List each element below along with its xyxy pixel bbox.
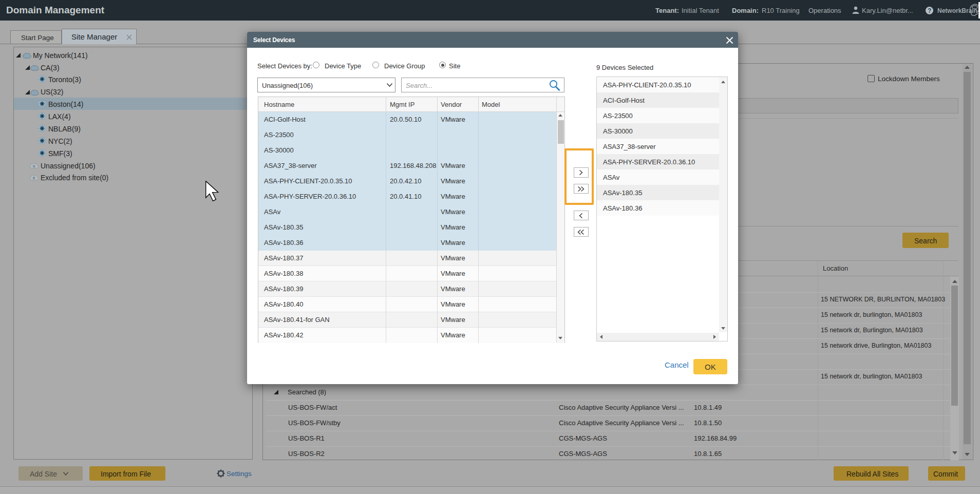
svg-text:u: u — [33, 163, 35, 168]
svg-text:e: e — [33, 175, 35, 180]
